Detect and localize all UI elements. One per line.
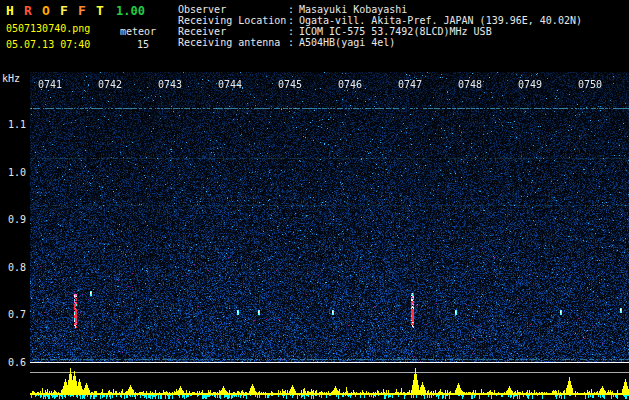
amplitude-canvas <box>30 362 629 400</box>
info-separator: : <box>288 37 299 48</box>
freq-tick-label: 0.9 <box>0 214 26 225</box>
info-separator: : <box>288 26 299 37</box>
meteor-label: meteor <box>120 26 156 37</box>
time-tick-label: 0750 <box>578 79 602 90</box>
freq-tick-label: 0.6 <box>0 357 26 368</box>
freq-tick-label: 1.0 <box>0 167 26 178</box>
info-label: Receiver <box>178 26 288 37</box>
info-value: A504HB(yagi 4el) <box>299 37 395 48</box>
time-tick-label: 0744 <box>218 79 242 90</box>
freq-tick-label: 0.7 <box>0 309 26 320</box>
station-info: Observer:Masayuki Kobayashi Receiving Lo… <box>178 4 582 48</box>
app-letter: F <box>60 3 78 18</box>
info-value: Ogata-vill. Akita-Pref. JAPAN (139.96E, … <box>299 15 582 26</box>
spectrogram-canvas <box>30 72 629 362</box>
freq-tick-label: 1.1 <box>0 119 26 130</box>
info-row: Observer:Masayuki Kobayashi <box>178 4 582 15</box>
info-row: Receiver:ICOM IC-575 53.7492(8LCD)MHz US… <box>178 26 582 37</box>
time-tick-label: 0746 <box>338 79 362 90</box>
info-value: Masayuki Kobayashi <box>299 4 407 15</box>
time-tick-label: 0748 <box>458 79 482 90</box>
info-label: Observer <box>178 4 288 15</box>
info-label: Receiving Location <box>178 15 288 26</box>
info-separator: : <box>288 4 299 15</box>
app-version: 1.00 <box>116 4 145 18</box>
app-letter: T <box>96 3 114 18</box>
info-label: Receiving antenna <box>178 37 288 48</box>
time-tick-label: 0749 <box>518 79 542 90</box>
app-letter: F <box>78 3 96 18</box>
time-tick-label: 0745 <box>278 79 302 90</box>
freq-tick-label: 0.8 <box>0 262 26 273</box>
time-tick-label: 0741 <box>38 79 62 90</box>
info-row: Receiving Location:Ogata-vill. Akita-Pre… <box>178 15 582 26</box>
hrofft-screen: HROFFT1.00 0507130740.png meteor 05.07.1… <box>0 0 629 400</box>
app-letter: O <box>42 3 60 18</box>
time-tick-label: 0743 <box>158 79 182 90</box>
time-tick-label: 0747 <box>398 79 422 90</box>
freq-axis-unit: kHz <box>2 73 26 84</box>
info-separator: : <box>288 15 299 26</box>
app-letter: H <box>6 3 24 18</box>
datetime-label: 05.07.13 07:40 <box>6 39 90 50</box>
app-letter: R <box>24 3 42 18</box>
info-row: Receiving antenna:A504HB(yagi 4el) <box>178 37 582 48</box>
meteor-count: 15 <box>137 39 149 50</box>
app-title: HROFFT1.00 <box>6 3 145 18</box>
filename-label: 0507130740.png <box>6 23 90 34</box>
time-tick-label: 0742 <box>98 79 122 90</box>
info-value: ICOM IC-575 53.7492(8LCD)MHz USB <box>299 26 492 37</box>
